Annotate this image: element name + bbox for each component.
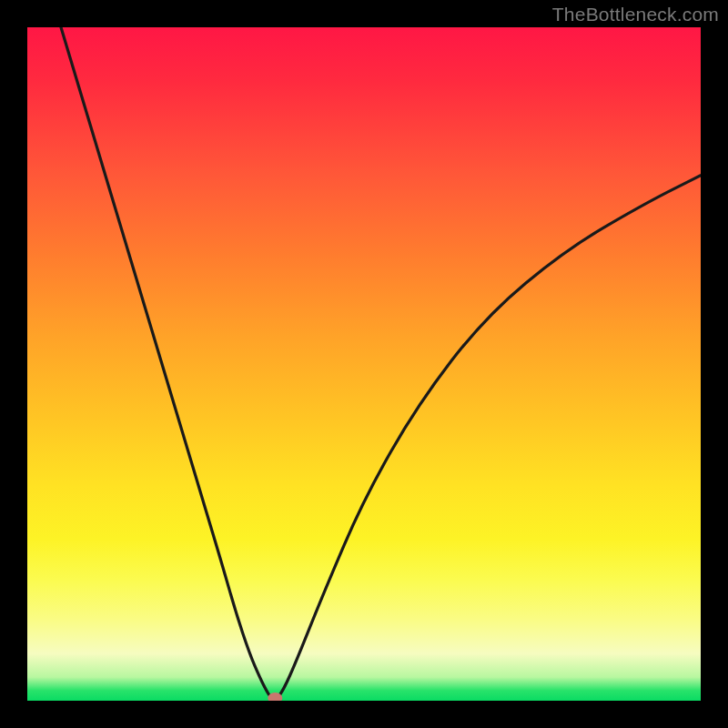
watermark-text: TheBottleneck.com [552,4,719,25]
chart-frame: TheBottleneck.com [0,0,728,728]
chart-svg [27,27,701,701]
bottleneck-curve [61,27,701,700]
plot-area [27,27,701,701]
